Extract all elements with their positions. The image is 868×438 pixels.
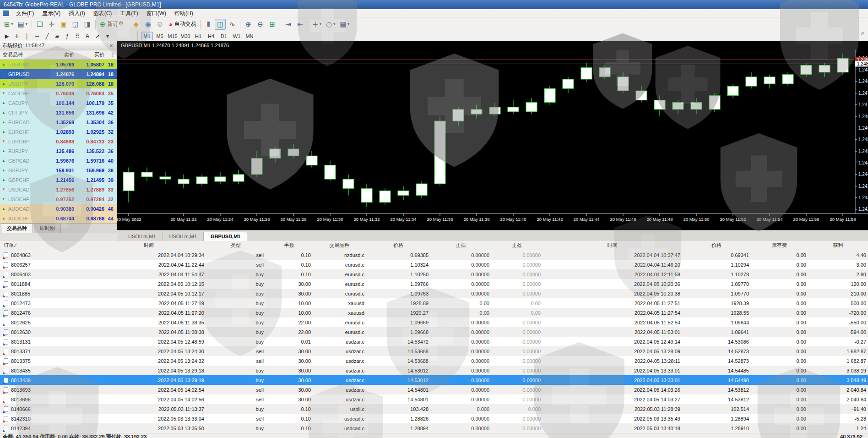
menu-0[interactable]: 文件(F) [12,9,38,17]
strategy-tester-button[interactable]: ◨ [82,19,93,30]
market-watch-row-eurjpy[interactable]: ▲EURJPY135.486135.52236 [0,146,117,156]
autotrading-button[interactable]: ◕自动交易 [166,19,198,30]
market-watch-row-gbpchf[interactable]: ▲GBPCHF1.214561.2149539 [0,175,117,185]
signals-button[interactable]: ⊙ [154,19,165,30]
table-row[interactable]: 80126252022.04.05 11:38:35buy22.00eurusd… [0,318,868,327]
timeframe-m1[interactable]: M1 [141,32,153,40]
market-watch-row-audcad[interactable]: ▲AUDCAD0.903800.9042646 [0,204,117,214]
new-order-button[interactable]: ⊕新订单 [98,19,126,30]
candlestick-button[interactable]: ◫ [215,19,226,30]
table-row[interactable]: 80048632022.04.04 10:29:34sell0.10nzdusd… [0,250,868,260]
draw-tool-1[interactable]: ✛ [12,32,22,40]
orders-column-2[interactable]: 类型 [206,242,266,249]
table-row[interactable]: 80131312022.04.05 12:48:59buy0.01usdzar.… [0,337,868,346]
chart-tab-2[interactable]: GBPUSD,M1 [204,232,247,241]
market-watch-row-audchf[interactable]: ▲AUDCHF0.687440.6878844 [0,214,117,223]
table-row[interactable]: 80124732022.04.05 11:27:19buy10.00xauusd… [0,298,868,308]
table-row[interactable]: 80134352022.04.05 13:29:18buy30.00usdzar… [0,366,868,375]
table-row[interactable]: 81423942022.05.03 13:35:50buy0.10usdcad.… [0,423,868,433]
chevron-down-icon[interactable]: ▾ [333,22,335,26]
search-icon[interactable]: ⌕ [861,29,864,37]
menu-1[interactable]: 显示(V) [38,9,65,17]
chevron-down-icon[interactable]: ▾ [347,22,349,26]
timeframe-d1[interactable]: D1 [218,32,230,40]
table-row[interactable]: 80133712022.04.05 13:24:30sell30.00usdza… [0,346,868,356]
menu-3[interactable]: 图表(C) [89,9,116,17]
market-watch-toggle[interactable]: ❏ [34,19,45,30]
timeframe-w1[interactable]: W1 [231,32,243,40]
orders-column-9[interactable]: 价格 [682,242,751,249]
market-watch-row-eurcad[interactable]: ▲EURCAD1.352681.3530436 [0,117,117,127]
table-row[interactable]: 80062572022.04.04 11:22:44sell0.10eurusd… [0,260,868,269]
chart-panel[interactable]: 1.24901.24851.24801.24751.24701.24651.24… [117,41,868,241]
orders-column-3[interactable]: 手数 [266,242,313,249]
orders-column-11[interactable]: 获利 [808,242,868,249]
profiles-button[interactable]: ▤▾ [16,19,29,30]
orders-column-7[interactable]: 止盈 [491,242,542,249]
market-watch-row-cadchf[interactable]: ▼CADCHF0.760490.7608435 [0,88,117,98]
tile-windows-button[interactable]: ⊞ [266,19,277,30]
navigator-button[interactable]: ▣ [58,19,69,30]
watch-tab-1[interactable]: 即时图 [34,224,61,233]
watch-tab-0[interactable]: 交易品种 [1,224,33,233]
orders-column-6[interactable]: 止损 [430,242,491,249]
orders-column-1[interactable]: 时间 [92,242,206,249]
orders-column-5[interactable]: 价格 [366,242,430,249]
periods-button[interactable]: ◷▾ [324,19,337,30]
table-row[interactable]: 80064032022.04.04 11:54:47buy0.10eurusd.… [0,269,868,279]
line-chart-button[interactable]: ∿ [227,19,238,30]
draw-tool-0[interactable]: ▶ [2,32,12,40]
experts-button[interactable]: ◉ [142,19,153,30]
timeframe-mn[interactable]: MN [244,32,255,40]
market-watch-row-usdchf[interactable]: ▼USDCHF0.972520.9728432 [0,194,117,204]
table-row[interactable]: 80126302022.04.05 11:38:38buy22.00eurusd… [0,327,868,337]
table-row[interactable]: 80124762022.04.05 11:27:20buy10.00xauusd… [0,308,868,318]
data-window-button[interactable]: ✛ [46,19,57,30]
menu-6[interactable]: 帮助(H) [170,9,197,17]
table-row[interactable]: 80118852022.04.05 10:12:17buy30.00eurusd… [0,289,868,298]
draw-tool-7[interactable]: ⠿ [72,32,82,40]
draw-tool-6[interactable]: ƒ [62,32,72,40]
templates-button[interactable]: ▦▾ [338,19,351,30]
draw-tool-4[interactable]: ╱ [42,32,52,40]
draw-tool-9[interactable]: ➚ [92,32,103,40]
table-row[interactable]: 80118842022.04.05 10:12:15buy30.00eurusd… [0,279,868,289]
market-watch-row-eurchf[interactable]: ▲EURCHF1.028931.0292532 [0,127,117,137]
market-watch-row-eurusd[interactable]: ▲EURUSD1.057891.0580718 [0,60,117,69]
market-watch-row-gbpusd[interactable]: ▲GBPUSD1.248761.2489418 [0,69,117,79]
terminal-button[interactable]: ◱ [70,19,81,30]
draw-tool-2[interactable]: │ [22,32,32,40]
chevron-down-icon[interactable]: ▾ [320,22,321,26]
timeframe-h4[interactable]: H4 [205,32,217,40]
market-watch-row-eurgbp[interactable]: ▼EURGBP0.846980.8473333 [0,137,117,146]
market-watch-row-gbpcad[interactable]: ▲GBPCAD1.596761.5971640 [0,156,117,165]
orders-column-0[interactable]: 订单 ∕ [0,242,92,249]
table-row[interactable]: 80136982022.04.05 14:02:56sell30.00usdza… [0,394,868,404]
timeframe-m30[interactable]: M30 [179,32,191,40]
column-symbol[interactable]: 交易品种 [0,51,42,58]
market-watch-row-usdjpy[interactable]: ▲USDJPY128.070128.08818 [0,79,117,88]
column-spread[interactable]: ! [104,52,115,58]
price-chart[interactable]: 1.24901.24851.24801.24751.24701.24651.24… [117,41,868,230]
table-row[interactable]: 80136932022.04.05 14:02:54sell30.00usdza… [0,385,868,394]
market-watch-row-gbpjpy[interactable]: ▲GBPJPY159.931159.96938 [0,165,117,175]
menu-2[interactable]: 插入(I) [65,9,89,17]
orders-column-4[interactable]: 交易品种 [313,242,366,249]
close-icon[interactable]: × [108,43,114,49]
chart-shift-button[interactable]: ⇤ [294,19,305,30]
table-row[interactable]: 80134392022.04.05 13:29:19buy30.00usdzar… [0,375,868,385]
chart-tab-1[interactable]: USOILm,M1 [163,232,204,241]
draw-tool-5[interactable]: ▰ [52,32,62,40]
draw-tool-8[interactable]: A [82,32,92,40]
menu-5[interactable]: 窗口(W) [142,9,170,17]
orders-column-8[interactable]: 时间 [542,242,682,249]
chevron-down-icon[interactable]: ▾ [26,22,27,26]
market-watch-row-usdcad[interactable]: ▼USDCAD1.278561.2788933 [0,185,117,194]
draw-tool-10[interactable]: ▾ [103,32,113,40]
timeframe-m5[interactable]: M5 [154,32,166,40]
timeframe-h1[interactable]: H1 [192,32,204,40]
zoom-out-button[interactable]: ⊖ [255,19,266,30]
metaeditor-button[interactable]: ◆ [130,19,141,30]
table-row[interactable]: 80133752022.04.05 13:24:32sell30.00usdza… [0,356,868,366]
zoom-in-button[interactable]: ⊕ [243,19,254,30]
